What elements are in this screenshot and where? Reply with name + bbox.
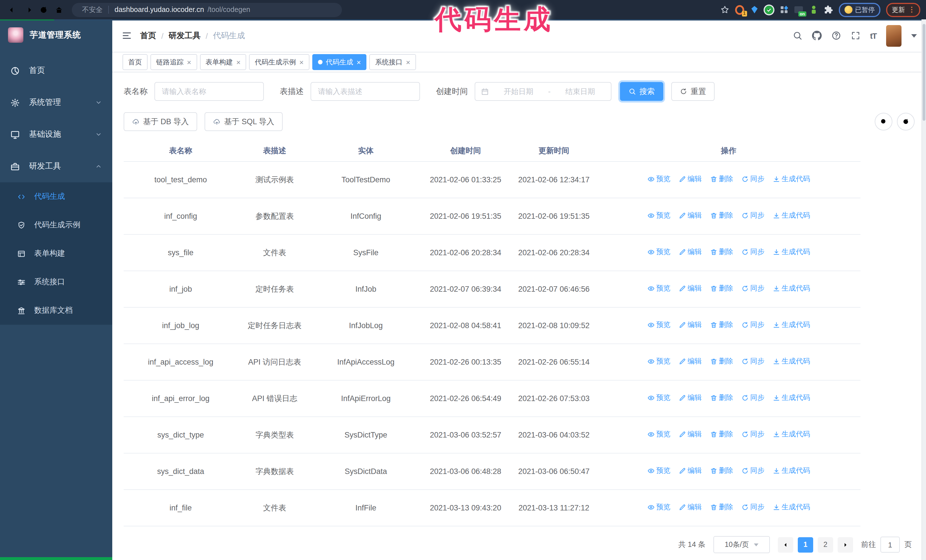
bookmark-star-icon[interactable] — [720, 5, 729, 14]
page-scrollbar[interactable] — [921, 20, 926, 560]
row-action-preview[interactable]: 预览 — [647, 246, 670, 258]
search-button[interactable]: 搜索 — [620, 82, 663, 101]
table-name-input[interactable] — [154, 82, 264, 101]
scrollbar-thumb[interactable] — [923, 24, 925, 121]
table-desc-input[interactable] — [310, 82, 420, 101]
row-action-generate[interactable]: 生成代码 — [772, 173, 810, 185]
profile-paused-pill[interactable]: 已暂停 — [838, 3, 881, 17]
extensions-puzzle-icon[interactable] — [824, 5, 833, 14]
browser-update-button[interactable]: 更新 — [886, 3, 920, 17]
sidebar-subitem-db-doc[interactable]: 数据库文档 — [0, 296, 112, 325]
row-action-sync[interactable]: 同步 — [741, 319, 764, 331]
close-icon[interactable]: × — [357, 58, 361, 66]
prev-page-button[interactable] — [778, 537, 793, 552]
help-icon[interactable] — [831, 31, 841, 41]
tab-home[interactable]: 首页 — [123, 54, 148, 70]
row-action-generate[interactable]: 生成代码 — [772, 392, 810, 404]
tab-system-api[interactable]: 系统接口× — [369, 54, 416, 70]
row-action-delete[interactable]: 删除 — [710, 319, 733, 331]
row-action-generate[interactable]: 生成代码 — [772, 319, 810, 331]
sidebar-subitem-form-builder[interactable]: 表单构建 — [0, 239, 112, 268]
row-action-edit[interactable]: 编辑 — [678, 392, 702, 404]
extension-counter-icon[interactable]: 1 — [735, 5, 744, 14]
page-button-1[interactable]: 1 — [798, 537, 813, 552]
fullscreen-icon[interactable] — [851, 31, 861, 41]
row-action-preview[interactable]: 预览 — [647, 355, 670, 367]
row-action-edit[interactable]: 编辑 — [678, 319, 702, 331]
create-time-range-picker[interactable]: 开始日期 - 结束日期 — [475, 82, 611, 101]
sidebar-item-infra[interactable]: 基础设施 — [0, 118, 112, 150]
row-action-preview[interactable]: 预览 — [647, 392, 670, 404]
row-action-generate[interactable]: 生成代码 — [772, 282, 810, 294]
row-action-delete[interactable]: 删除 — [710, 501, 733, 513]
next-page-button[interactable] — [838, 537, 853, 552]
tab-codegen[interactable]: 代码生成× — [312, 54, 367, 70]
row-action-delete[interactable]: 删除 — [710, 173, 733, 185]
row-action-delete[interactable]: 删除 — [710, 429, 733, 440]
caret-down-icon[interactable] — [911, 34, 917, 37]
tab-codegen-example[interactable]: 代码生成示例× — [249, 54, 309, 70]
tab-tracer[interactable]: 链路追踪× — [150, 54, 197, 70]
browser-forward-icon[interactable] — [21, 3, 35, 17]
import-sql-button[interactable]: 基于 SQL 导入 — [205, 112, 283, 131]
row-action-generate[interactable]: 生成代码 — [772, 465, 810, 477]
close-icon[interactable]: × — [187, 58, 191, 66]
row-action-sync[interactable]: 同步 — [741, 465, 764, 477]
tab-form-builder[interactable]: 表单构建× — [200, 54, 246, 70]
row-action-generate[interactable]: 生成代码 — [772, 501, 810, 513]
row-action-preview[interactable]: 预览 — [647, 429, 670, 440]
row-action-edit[interactable]: 编辑 — [678, 173, 702, 185]
extension-grid-icon[interactable] — [779, 5, 788, 14]
row-action-delete[interactable]: 删除 — [710, 392, 733, 404]
row-action-delete[interactable]: 删除 — [710, 210, 733, 222]
extension-bot-icon[interactable] — [809, 5, 818, 14]
row-action-preview[interactable]: 预览 — [647, 501, 670, 513]
close-icon[interactable]: × — [299, 58, 303, 66]
search-icon[interactable] — [793, 31, 802, 41]
row-action-generate[interactable]: 生成代码 — [772, 246, 810, 258]
refresh-table-button[interactable] — [897, 113, 915, 130]
row-action-sync[interactable]: 同步 — [741, 392, 764, 404]
row-action-preview[interactable]: 预览 — [647, 173, 670, 185]
row-action-edit[interactable]: 编辑 — [678, 465, 702, 477]
row-action-edit[interactable]: 编辑 — [678, 429, 702, 440]
github-icon[interactable] — [812, 31, 822, 41]
font-size-icon[interactable]: tT — [870, 31, 876, 40]
extension-gem-icon[interactable] — [750, 5, 759, 14]
row-action-preview[interactable]: 预览 — [647, 282, 670, 294]
row-action-preview[interactable]: 预览 — [647, 319, 670, 331]
breadcrumb-item-dev-tools[interactable]: 研发工具 — [169, 30, 201, 41]
row-action-sync[interactable]: 同步 — [741, 282, 764, 294]
close-icon[interactable]: × — [236, 58, 241, 66]
extension-on-icon[interactable]: on — [794, 5, 803, 14]
sidebar-item-system[interactable]: 系统管理 — [0, 87, 112, 118]
row-action-delete[interactable]: 删除 — [710, 465, 733, 477]
extension-check-icon[interactable] — [764, 5, 773, 14]
security-label[interactable]: 不安全 — [82, 5, 103, 15]
row-action-edit[interactable]: 编辑 — [678, 210, 702, 222]
browser-reload-icon[interactable] — [36, 3, 51, 17]
row-action-delete[interactable]: 删除 — [710, 246, 733, 258]
toggle-search-button[interactable] — [875, 113, 893, 130]
row-action-edit[interactable]: 编辑 — [678, 355, 702, 367]
row-action-generate[interactable]: 生成代码 — [772, 210, 810, 222]
import-db-button[interactable]: 基于 DB 导入 — [124, 112, 197, 131]
row-action-generate[interactable]: 生成代码 — [772, 355, 810, 367]
page-button-2[interactable]: 2 — [818, 537, 833, 552]
row-action-delete[interactable]: 删除 — [710, 355, 733, 367]
row-action-sync[interactable]: 同步 — [741, 173, 764, 185]
sidebar-subitem-codegen-example[interactable]: 代码生成示例 — [0, 211, 112, 239]
row-action-edit[interactable]: 编辑 — [678, 282, 702, 294]
row-action-sync[interactable]: 同步 — [741, 246, 764, 258]
row-action-delete[interactable]: 删除 — [710, 282, 733, 294]
sidebar-subitem-codegen[interactable]: 代码生成 — [0, 182, 112, 211]
sidebar-item-home[interactable]: 首页 — [0, 55, 112, 87]
row-action-sync[interactable]: 同步 — [741, 501, 764, 513]
browser-home-icon[interactable] — [52, 3, 66, 17]
browser-back-icon[interactable] — [6, 3, 20, 17]
row-action-generate[interactable]: 生成代码 — [772, 429, 810, 440]
close-icon[interactable]: × — [406, 58, 410, 66]
page-size-select[interactable]: 10条/页 — [713, 536, 770, 553]
sidebar-subitem-system-api[interactable]: 系统接口 — [0, 268, 112, 296]
row-action-preview[interactable]: 预览 — [647, 465, 670, 477]
